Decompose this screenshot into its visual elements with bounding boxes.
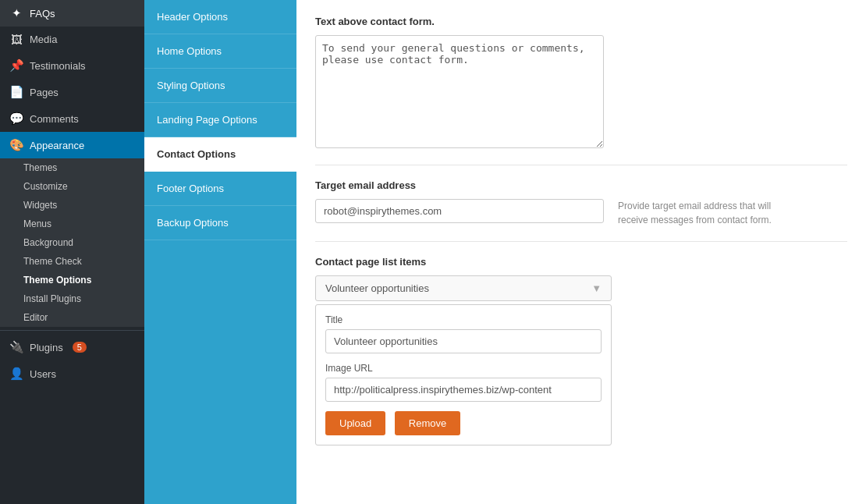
- nav-landing-page-options[interactable]: Landing Page Options: [144, 103, 296, 137]
- nav-home-options[interactable]: Home Options: [144, 34, 296, 69]
- nav-footer-options[interactable]: Footer Options: [144, 172, 296, 206]
- sidebar-item-background[interactable]: Background: [0, 233, 144, 252]
- nav-header-options[interactable]: Header Options: [144, 0, 296, 34]
- target-email-label: Target email address: [315, 179, 847, 191]
- nav-panel: Header Options Home Options Styling Opti…: [144, 0, 296, 504]
- target-email-input[interactable]: [315, 199, 604, 223]
- sidebar: ✦ FAQs 🖼 Media 📌 Testimonials 📄 Pages 💬 …: [0, 0, 144, 504]
- sidebar-item-widgets[interactable]: Widgets: [0, 196, 144, 215]
- sidebar-item-media[interactable]: 🖼 Media: [0, 27, 144, 52]
- upload-button[interactable]: Upload: [325, 411, 385, 435]
- comments-icon: 💬: [9, 112, 23, 126]
- sidebar-item-theme-options[interactable]: Theme Options: [0, 271, 144, 289]
- dropdown-value: Volunteer opportunities: [325, 282, 429, 294]
- sidebar-item-install-plugins[interactable]: Install Plugins: [0, 289, 144, 308]
- sidebar-item-pages[interactable]: 📄 Pages: [0, 79, 144, 105]
- media-icon: 🖼: [9, 33, 23, 46]
- image-url-input[interactable]: [325, 378, 602, 402]
- sidebar-item-users[interactable]: 👤 Users: [0, 360, 144, 387]
- divider-after-textarea: [315, 165, 847, 165]
- faqs-icon: ✦: [9, 6, 23, 20]
- action-buttons: Upload Remove: [325, 411, 602, 435]
- title-field-label: Title: [325, 314, 602, 325]
- image-url-field-label: Image URL: [325, 363, 602, 374]
- sidebar-item-plugins[interactable]: 🔌 Plugins 5: [0, 334, 144, 360]
- plugins-icon: 🔌: [9, 340, 23, 354]
- list-item-box: Title Image URL Upload Remove: [315, 304, 612, 445]
- pages-icon: 📄: [9, 85, 23, 99]
- sidebar-item-faqs[interactable]: ✦ FAQs: [0, 0, 144, 27]
- text-above-label: Text above contact form.: [315, 16, 847, 27]
- title-input[interactable]: [325, 329, 602, 353]
- contact-list-label: Contact page list items: [315, 256, 847, 268]
- chevron-down-icon: ▼: [591, 282, 602, 294]
- email-row: Provide target email address that will r…: [315, 199, 847, 227]
- email-hint: Provide target email address that will r…: [618, 199, 790, 227]
- text-above-input[interactable]: To send your general questions or commen…: [315, 35, 604, 148]
- main-content: Text above contact form. To send your ge…: [296, 0, 866, 504]
- sidebar-item-editor[interactable]: Editor: [0, 308, 144, 327]
- volunteer-dropdown[interactable]: Volunteer opportunities ▼: [315, 275, 612, 301]
- nav-styling-options[interactable]: Styling Options: [144, 69, 296, 103]
- remove-button[interactable]: Remove: [395, 411, 460, 435]
- testimonials-icon: 📌: [9, 59, 23, 73]
- appearance-submenu: Themes Customize Widgets Menus Backgroun…: [0, 158, 144, 327]
- sidebar-item-testimonials[interactable]: 📌 Testimonials: [0, 52, 144, 79]
- users-icon: 👤: [9, 367, 23, 381]
- sidebar-item-appearance[interactable]: 🎨 Appearance: [0, 132, 144, 158]
- list-body: Title Image URL Upload Remove: [316, 305, 611, 445]
- sidebar-item-theme-check[interactable]: Theme Check: [0, 252, 144, 271]
- plugins-badge: 5: [73, 342, 87, 353]
- sidebar-item-comments[interactable]: 💬 Comments: [0, 105, 144, 132]
- appearance-icon: 🎨: [9, 138, 23, 152]
- sidebar-item-themes[interactable]: Themes: [0, 158, 144, 177]
- nav-backup-options[interactable]: Backup Options: [144, 206, 296, 240]
- sidebar-item-customize[interactable]: Customize: [0, 177, 144, 196]
- divider-1: [0, 330, 144, 331]
- sidebar-item-menus[interactable]: Menus: [0, 215, 144, 233]
- nav-contact-options[interactable]: Contact Options: [144, 137, 296, 172]
- divider-after-email: [315, 241, 847, 242]
